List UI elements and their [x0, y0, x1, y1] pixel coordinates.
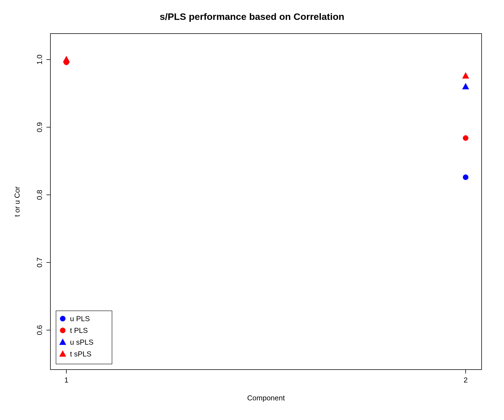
legend: u PLSt PLSu sPLSt sPLS	[56, 311, 112, 364]
plot-box	[50, 34, 482, 370]
legend-item-label: t sPLS	[70, 350, 92, 358]
data-point-circle	[463, 174, 468, 180]
data-point-circle	[60, 316, 66, 321]
legend-item-label: u PLS	[70, 314, 90, 323]
data-point-triangle	[63, 56, 70, 62]
y-tick-label: 1.0	[35, 55, 44, 65]
x-axis-label: Component	[247, 394, 285, 402]
legend-item-label: t PLS	[70, 326, 88, 335]
data-point-circle	[60, 328, 66, 333]
y-tick-label: 0.6	[35, 325, 44, 335]
x-tick-label: 1	[64, 376, 68, 384]
chart-svg: 120.60.70.80.91.0Componentt or u Coru PL…	[0, 0, 504, 420]
y-tick-label: 0.9	[35, 122, 44, 132]
legend-item-label: u sPLS	[70, 338, 94, 346]
data-point-triangle	[462, 83, 469, 89]
x-tick-label: 2	[464, 376, 468, 384]
y-tick-label: 0.8	[35, 190, 44, 200]
y-axis-label: t or u Cor	[13, 186, 21, 217]
data-point-circle	[463, 135, 468, 141]
data-point-triangle	[462, 72, 469, 79]
chart-container: s/PLS performance based on Correlation 1…	[0, 0, 504, 420]
y-tick-label: 0.7	[35, 257, 44, 267]
